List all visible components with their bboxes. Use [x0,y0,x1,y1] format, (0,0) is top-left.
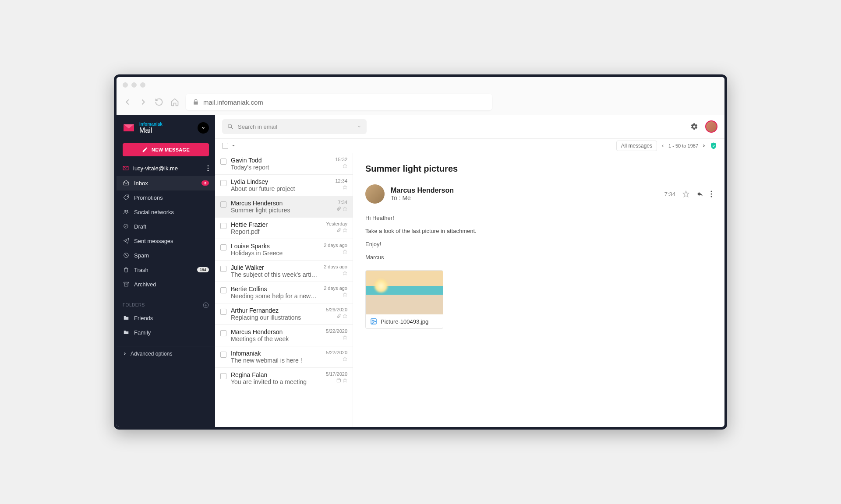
select-all-checkbox[interactable] [222,143,228,149]
attachment-preview [366,271,443,314]
message-checkbox[interactable] [220,287,226,293]
message-time: 2 days ago [324,264,347,269]
sidebar-item-inbox[interactable]: Inbox 3 [117,176,215,190]
settings-button[interactable] [690,123,698,130]
reply-icon[interactable] [696,190,703,197]
shield-check-icon[interactable] [710,142,717,150]
sidebar-item-label: Social networks [134,209,174,215]
attachment-card[interactable]: Picture-100493.jpg [365,270,443,329]
message-time: 7:34 [664,191,675,197]
star-icon[interactable] [343,271,347,275]
calendar-icon [336,378,341,383]
paperclip-icon [336,206,341,211]
sidebar-item-draft[interactable]: Draft [117,219,215,234]
message-sender: Regina Falan [231,371,318,378]
more-icon[interactable] [710,190,712,197]
star-icon[interactable] [343,356,347,361]
window-close-dot[interactable] [123,82,128,88]
star-icon[interactable] [343,228,347,233]
star-icon[interactable] [343,185,347,190]
next-page-icon[interactable] [702,144,706,148]
open-envelope-icon [123,180,130,186]
message-item[interactable]: Gavin Todd Today's report 15:32 [215,153,353,175]
search-input[interactable]: Search in email [222,119,367,134]
message-item[interactable]: Bertie Collins Needing some help for a n… [215,282,353,303]
sidebar-item-archived[interactable]: Archived [117,277,215,292]
message-item[interactable]: Marcus Henderson Meetings of the week 5/… [215,325,353,346]
user-avatar[interactable] [705,120,717,133]
app-name: Mail [139,127,163,134]
back-icon[interactable] [123,97,132,107]
account-row[interactable]: lucy-vitale@ik.me [117,161,215,176]
sender-avatar[interactable] [365,184,385,204]
url-bar[interactable]: mail.infomaniak.com [186,94,492,110]
star-icon[interactable] [343,292,347,297]
app-header: infomaniak Mail [117,115,215,139]
sidebar-item-sent-messages[interactable]: Sent messages [117,234,215,248]
sidebar-item-spam[interactable]: Spam [117,248,215,263]
star-icon[interactable] [343,206,347,211]
account-more-icon[interactable] [207,165,209,171]
star-icon[interactable] [343,163,347,168]
forward-icon[interactable] [138,97,148,107]
folder-friends[interactable]: Friends [117,311,215,325]
svg-marker-22 [343,335,347,339]
mail-logo-icon [123,123,135,132]
message-checkbox[interactable] [220,180,226,186]
message-checkbox[interactable] [220,330,226,336]
add-folder-icon[interactable] [203,302,209,308]
body-line: Enjoy! [365,239,712,250]
window-chrome [117,77,724,93]
window-minimize-dot[interactable] [131,82,137,88]
brand-name: infomaniak [139,122,163,127]
svg-marker-28 [343,378,347,382]
message-checkbox[interactable] [220,352,226,358]
pagination-range: 1 - 50 to 1987 [668,143,698,148]
star-icon[interactable] [343,378,347,383]
svg-marker-21 [343,314,347,318]
message-item[interactable]: Hettie Frazier Report.pdf Yesterday [215,218,353,239]
svg-marker-29 [683,191,689,197]
chevron-down-icon[interactable] [357,124,361,129]
collapse-sidebar-button[interactable] [198,122,209,134]
message-sender: Marcus Henderson [231,328,318,335]
message-item[interactable]: Arthur Fernandez Replacing our illustrat… [215,303,353,325]
message-checkbox[interactable] [220,309,226,315]
message-item[interactable]: Regina Falan You are invited to a meetin… [215,368,353,389]
sidebar-item-trash[interactable]: Trash 194 [117,263,215,277]
badge: 3 [201,180,209,186]
svg-point-34 [372,320,374,321]
compose-button[interactable]: NEW MESSAGE [123,143,209,156]
message-time: 2 days ago [324,285,347,291]
message-checkbox[interactable] [220,266,226,272]
home-icon[interactable] [170,97,180,107]
star-icon[interactable] [682,190,689,197]
message-item[interactable]: Julie Walker The subject of this week's … [215,261,353,282]
message-checkbox[interactable] [220,223,226,229]
sidebar-item-social-networks[interactable]: Social networks [117,205,215,219]
message-checkbox[interactable] [220,159,226,165]
message-item[interactable]: Marcus Henderson Summer light pictures 7… [215,196,353,218]
svg-marker-20 [343,293,347,296]
message-item[interactable]: Infomaniak The new webmail is here ! 5/2… [215,346,353,368]
reload-icon[interactable] [154,97,164,107]
message-item[interactable]: Lydia Lindsey About our future project 1… [215,175,353,196]
prev-page-icon[interactable] [661,144,665,148]
star-icon[interactable] [343,314,347,318]
url-text: mail.infomaniak.com [203,99,263,106]
window-maximize-dot[interactable] [140,82,145,88]
message-item[interactable]: Louise Sparks Holidays in Greece 2 days … [215,239,353,261]
sender-name: Marcus Henderson [391,187,454,194]
star-icon[interactable] [343,335,347,340]
message-checkbox[interactable] [220,201,226,208]
sidebar-item-promotions[interactable]: Promotions [117,190,215,205]
star-icon[interactable] [343,249,347,254]
chevron-down-icon[interactable] [232,144,235,148]
advanced-options[interactable]: Advanced options [117,346,215,361]
message-subject: Summer light pictures [365,164,712,174]
filter-button[interactable]: All messages [616,141,657,151]
message-checkbox[interactable] [220,373,226,379]
block-icon [123,252,130,258]
folder-family[interactable]: Family [117,325,215,340]
message-checkbox[interactable] [220,244,226,250]
